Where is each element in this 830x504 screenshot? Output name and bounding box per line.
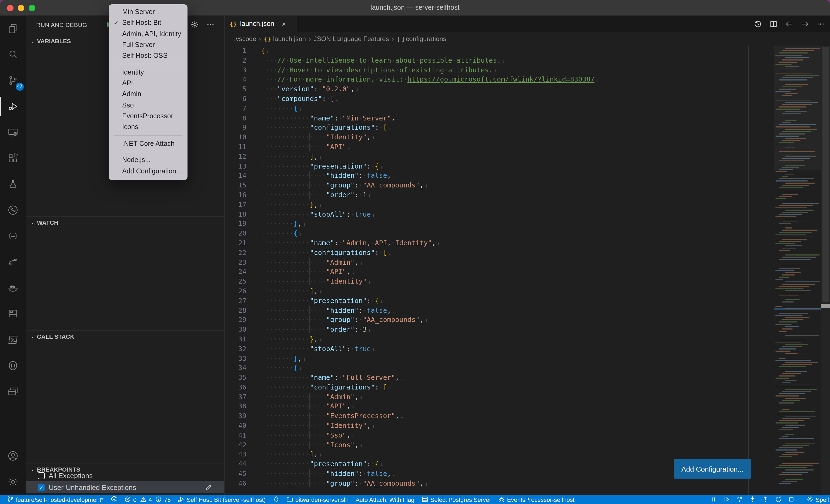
- code-line[interactable]: 36············"configurations":·[↓: [225, 382, 830, 392]
- activity-bar-item-live-share[interactable]: [0, 249, 26, 275]
- status-item-bitwarden-server-sln[interactable]: bitwarden-server.sln: [286, 496, 349, 503]
- restart-icon[interactable]: [775, 496, 782, 503]
- continue-icon[interactable]: [723, 496, 730, 503]
- code-line[interactable]: 31············},↓: [225, 334, 830, 344]
- code-line[interactable]: 26············],↓: [225, 286, 830, 296]
- activity-bar-item-docker[interactable]: [0, 275, 26, 301]
- menu-item-sso[interactable]: Sso: [108, 100, 188, 111]
- menu-item-eventsprocessor[interactable]: EventsProcessor: [108, 111, 188, 122]
- code-line[interactable]: 12············],↓: [225, 152, 830, 162]
- code-line[interactable]: 30················"order":·3↓: [225, 325, 830, 334]
- code-line[interactable]: 27············"presentation":·{↓: [225, 296, 830, 305]
- code-line[interactable]: 9············"configurations":·[↓: [225, 123, 830, 133]
- breadcrumb-item[interactable]: JSON Language Features: [314, 35, 389, 43]
- code-line[interactable]: 29················"group":·"AA_compounds…: [225, 315, 830, 325]
- breadcrumb-item[interactable]: .vscode: [234, 35, 256, 43]
- code-line[interactable]: 33········},↓: [225, 354, 830, 363]
- status-item-0[interactable]: 0: [124, 496, 136, 503]
- menu-item-full-server[interactable]: Full Server: [108, 39, 188, 51]
- code-line[interactable]: 11················"API"↓: [225, 142, 830, 152]
- code-line[interactable]: 21············"name":·"Admin,·API,·Ident…: [225, 238, 830, 248]
- status-item-spell[interactable]: Spell: [807, 496, 829, 503]
- arrow-right-icon[interactable]: [801, 20, 809, 28]
- stop-icon[interactable]: [788, 496, 795, 503]
- code-line[interactable]: 8············"name":·"Min·Server",↓: [225, 113, 830, 123]
- add-configuration-button[interactable]: Add Configuration...: [674, 459, 751, 479]
- status-item-feature-self-hosted-developmen[interactable]: feature/self-hosted-development*: [7, 496, 103, 503]
- activity-bar-item-account[interactable]: [0, 443, 26, 469]
- code-line[interactable]: 16················"order":·1↓: [225, 190, 830, 200]
- code-line[interactable]: 4····//·For·more·information,·visit:·htt…: [225, 75, 830, 85]
- activity-bar-item-run-and-debug[interactable]: [0, 94, 26, 120]
- breakpoint-checkbox[interactable]: ✓: [38, 484, 45, 491]
- activity-bar-item-search[interactable]: [0, 42, 26, 68]
- breakpoint-row[interactable]: All Exceptions: [26, 469, 224, 481]
- activity-bar-item-settings[interactable]: [0, 469, 26, 495]
- code-line[interactable]: 34········{↓: [225, 363, 830, 373]
- code-line[interactable]: 3····//·Hover·to·view·descriptions·of·ex…: [225, 65, 830, 75]
- menu-item-self-host-oss[interactable]: Self Host: OSS: [108, 50, 188, 61]
- code-line[interactable]: 28················"hidden":·false,↓: [225, 305, 830, 315]
- activity-bar-item-git-graph[interactable]: [0, 197, 26, 223]
- arrow-left-icon[interactable]: [785, 20, 793, 28]
- code-editor[interactable]: 1{↓2····//·Use·IntelliSense·to·learn·abo…: [225, 46, 830, 495]
- status-item-select-postgres-server[interactable]: Select Postgres Server: [421, 496, 491, 503]
- code-line[interactable]: 39················"EventsProcessor",↓: [225, 411, 830, 421]
- menu-item-icons[interactable]: Icons: [108, 122, 188, 133]
- code-line[interactable]: 46················"group":·"AA_compounds…: [225, 479, 830, 488]
- activity-bar-item-powershell[interactable]: [0, 327, 26, 353]
- editor-scrollbar[interactable]: [821, 46, 830, 495]
- code-line[interactable]: 35············"name":·"Full·Server",↓: [225, 373, 830, 382]
- menu-item-api[interactable]: API: [108, 78, 188, 89]
- status-item-flame[interactable]: [273, 496, 279, 503]
- menu-item--net-core-attach[interactable]: .NET Core Attach: [108, 138, 188, 149]
- debug-settings-gear-icon[interactable]: [191, 21, 199, 29]
- minimap[interactable]: [774, 46, 821, 495]
- code-line[interactable]: 15················"group":·"AA_compounds…: [225, 180, 830, 190]
- code-line[interactable]: 2····//·Use·IntelliSense·to·learn·about·…: [225, 56, 830, 65]
- tab-launch-json[interactable]: {} launch.json ×: [225, 16, 297, 32]
- scrollbar-thumb[interactable]: [823, 47, 829, 302]
- code-line[interactable]: 37················"Admin",↓: [225, 392, 830, 402]
- activity-bar-item-copilot[interactable]: [0, 223, 26, 249]
- tab-close-icon[interactable]: ×: [282, 20, 286, 28]
- code-line[interactable]: 14················"hidden":·false,↓: [225, 171, 830, 181]
- code-line[interactable]: 41················"Sso",↓: [225, 431, 830, 440]
- code-line[interactable]: 32············"stopAll":·true↓: [225, 344, 830, 354]
- activity-bar-item-panels[interactable]: [0, 379, 26, 405]
- breadcrumb-item[interactable]: {}launch.json: [264, 35, 306, 43]
- code-line[interactable]: 23················"Admin",↓: [225, 258, 830, 267]
- step-out-icon[interactable]: [762, 496, 769, 503]
- activity-bar-item-remote-explorer[interactable]: [0, 120, 26, 145]
- code-line[interactable]: 5····"version":·"0.2.0",↓: [225, 84, 830, 94]
- step-over-icon[interactable]: [736, 496, 743, 503]
- history-icon[interactable]: [754, 20, 762, 28]
- section-header-call-stack[interactable]: ⌄CALL STACK: [26, 330, 224, 342]
- code-line[interactable]: 38················"API",↓: [225, 402, 830, 411]
- menu-item-node-js-[interactable]: Node.js...: [108, 155, 188, 166]
- step-into-icon[interactable]: [749, 496, 756, 503]
- breakpoint-checkbox[interactable]: [38, 472, 45, 479]
- menu-item-self-host-bit[interactable]: ✓Self Host: Bit: [108, 18, 188, 29]
- code-line[interactable]: 24················"API",↓: [225, 267, 830, 277]
- status-item-cloud-upload[interactable]: [110, 496, 117, 503]
- more-icon[interactable]: [817, 20, 825, 28]
- activity-bar-item-source-control[interactable]: 47: [0, 68, 26, 94]
- menu-item-min-server[interactable]: Min Server: [108, 6, 188, 18]
- code-line[interactable]: 10················"Identity",↓: [225, 132, 830, 142]
- status-item-75[interactable]: 75: [155, 496, 171, 503]
- split-editor-icon[interactable]: [769, 20, 777, 28]
- status-item-auto-attach-with-flag[interactable]: Auto Attach: With Flag: [356, 496, 414, 503]
- code-line[interactable]: 40················"Identity",↓: [225, 421, 830, 431]
- menu-item-add-configuration-[interactable]: Add Configuration...: [108, 166, 188, 177]
- code-line[interactable]: 25················"Identity"↓: [225, 277, 830, 286]
- edit-breakpoint-pencil-icon[interactable]: [205, 483, 212, 491]
- breadcrumb-item[interactable]: [ ]configurations: [396, 35, 446, 43]
- activity-bar-item-explorer[interactable]: [0, 16, 26, 42]
- code-line[interactable]: 6····"compounds":·[↓: [225, 94, 830, 104]
- code-line[interactable]: 43············],↓: [225, 450, 830, 460]
- activity-bar-item-postgres[interactable]: [0, 353, 26, 379]
- code-line[interactable]: 13············"presentation":·{↓: [225, 161, 830, 171]
- code-line[interactable]: 20········{↓: [225, 229, 830, 238]
- code-line[interactable]: 19········},↓: [225, 219, 830, 229]
